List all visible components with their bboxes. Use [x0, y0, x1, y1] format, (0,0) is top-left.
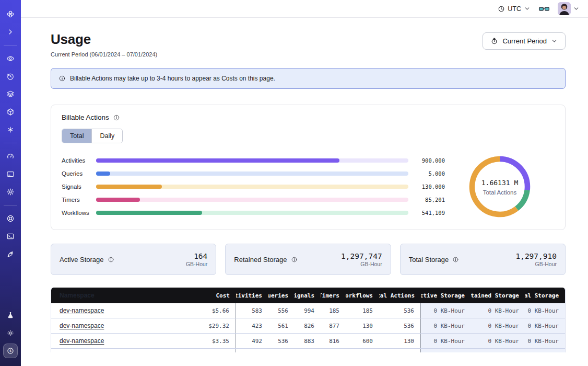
- chevron-down-icon: [551, 38, 558, 44]
- table-cell: 561: [268, 318, 295, 333]
- tab-total[interactable]: Total: [62, 129, 91, 143]
- stopwatch-icon: [490, 37, 498, 45]
- billable-actions-bar-chart: Activities 900,000 Queries 5,000 Signals…: [62, 154, 445, 219]
- flask-icon: [6, 311, 15, 319]
- info-banner: Billable Actions may take up to 3-4 hour…: [51, 68, 566, 89]
- namespace-link[interactable]: dev-namespace: [60, 307, 104, 314]
- namespace-link[interactable]: dev-namespace: [60, 322, 104, 329]
- sidebar-item-usage-coin-icon[interactable]: [3, 344, 18, 358]
- bar-fill: [96, 211, 202, 215]
- table-cell: $29.32: [193, 318, 236, 333]
- table-cell: 583: [236, 303, 268, 318]
- sidebar-item-chevron-right-icon[interactable]: [3, 25, 18, 39]
- sidebar-item-temporal-logo-icon[interactable]: [3, 7, 18, 21]
- bar-label: Queries: [62, 170, 94, 177]
- table-cell: 0 KB-Hour: [471, 334, 525, 348]
- info-icon[interactable]: [113, 114, 120, 121]
- bar-value: 900,000: [410, 157, 445, 164]
- billing-card-icon: [6, 170, 15, 178]
- page-subtitle: Current Period (06/01/2024 – 07/01/2024): [51, 51, 157, 58]
- bar-track: [96, 198, 408, 202]
- usage-coin-icon: [6, 347, 15, 355]
- column-header-cost: Cost: [193, 288, 236, 303]
- storage-card-label: Total Storage: [409, 256, 449, 264]
- period-selector-label: Current Period: [502, 37, 547, 45]
- bar-value: 541,109: [410, 210, 445, 216]
- table-cell: 0 KB-Hour: [525, 318, 565, 333]
- table-row: dev-namespace$29.324235618268771305360 K…: [51, 318, 565, 334]
- total-daily-toggle: TotalDaily: [62, 129, 123, 143]
- column-header-retained-storage: Retained Storage: [471, 288, 525, 303]
- bar-value: 85,201: [410, 197, 445, 203]
- sidebar-item-gear-icon[interactable]: [3, 185, 18, 199]
- period-selector-button[interactable]: Current Period: [483, 32, 566, 50]
- terminal-icon: [6, 232, 15, 241]
- donut-svg: 1.66131 M Total Actions: [468, 155, 532, 219]
- donut-total-label: Total Actions: [483, 189, 517, 196]
- bar-track: [96, 211, 408, 215]
- column-header-timers: Timers: [321, 288, 346, 303]
- table-cell: 536: [379, 318, 421, 333]
- sidebar-item-sun-icon[interactable]: [3, 326, 18, 340]
- column-header-workflows: Workflows: [346, 288, 379, 303]
- bar-fill: [96, 185, 162, 189]
- bar-label: Activities: [62, 157, 94, 164]
- column-header-total-storage: Total Storage: [525, 288, 565, 303]
- table-cell: 536: [268, 334, 295, 348]
- donut-segment-green: [469, 155, 531, 217]
- table-row: dev-namespace$5.665835569941851855360 KB…: [51, 303, 565, 318]
- sidebar-item-history-clock-icon[interactable]: [3, 69, 18, 84]
- bar-track: [96, 158, 408, 163]
- asterisk-icon: [6, 125, 15, 134]
- sun-icon: [6, 329, 15, 337]
- glasses-icon[interactable]: [538, 3, 550, 15]
- sidebar-item-layers-icon[interactable]: [3, 87, 18, 101]
- namespace-usage-table: NamespaceCostActivitiesQueriesSignalsTim…: [51, 288, 566, 352]
- account-menu[interactable]: [558, 2, 580, 15]
- sidebar-item-cube-icon[interactable]: [3, 105, 18, 119]
- sidebar-item-terminal-icon[interactable]: [3, 229, 18, 244]
- bar-track: [96, 171, 408, 176]
- billable-actions-title: Billable Actions: [62, 113, 109, 121]
- storage-card-total-storage: Total Storage 1,297,910 GB-Hour: [400, 244, 566, 275]
- bar-row: Activities 900,000: [62, 154, 445, 167]
- main-content: Usage Current Period (06/01/2024 – 07/01…: [21, 31, 588, 352]
- history-clock-icon: [6, 72, 15, 81]
- chevron-down-icon: [524, 5, 531, 12]
- info-icon[interactable]: [291, 256, 298, 263]
- timezone-selector[interactable]: UTC: [498, 5, 531, 13]
- avatar[interactable]: [558, 2, 571, 15]
- sidebar-item-gauge-icon[interactable]: [3, 149, 18, 164]
- eye-icon: [6, 54, 15, 63]
- info-icon: [58, 75, 66, 82]
- table-cell: 877: [321, 318, 346, 333]
- temporal-logo-icon: [6, 10, 15, 18]
- table-header-row: NamespaceCostActivitiesQueriesSignalsTim…: [51, 288, 565, 303]
- namespace-link[interactable]: dev-namespace: [60, 337, 104, 345]
- storage-card-unit: GB-Hour: [341, 261, 382, 268]
- avatar-image: [558, 2, 571, 15]
- sidebar-item-flask-icon[interactable]: [3, 308, 18, 323]
- tab-daily[interactable]: Daily: [91, 129, 122, 143]
- storage-card-value: 1,297,910: [515, 251, 557, 261]
- sidebar-divider: [4, 205, 17, 205]
- bar-fill: [96, 158, 339, 163]
- layers-icon: [6, 90, 15, 98]
- sidebar-item-rocket-icon[interactable]: [3, 247, 18, 261]
- table-cell: 0 KB-Hour: [421, 334, 471, 348]
- sidebar-item-asterisk-icon[interactable]: [3, 122, 18, 137]
- sidebar-item-lifebuoy-icon[interactable]: [3, 211, 18, 226]
- column-header-queries: Queries: [268, 288, 295, 303]
- timezone-label: UTC: [508, 5, 521, 13]
- bar-label: Signals: [62, 184, 94, 190]
- sidebar-item-billing-card-icon[interactable]: [3, 167, 18, 181]
- gauge-icon: [6, 152, 15, 161]
- info-icon[interactable]: [452, 256, 459, 263]
- info-icon[interactable]: [108, 256, 114, 263]
- table-cell: 185: [346, 303, 379, 318]
- bar-row: Timers 85,201: [62, 193, 445, 206]
- sidebar-item-eye-icon[interactable]: [3, 51, 18, 66]
- chevron-right-icon: [6, 28, 15, 36]
- bar-row: Workflows 541,109: [62, 206, 445, 219]
- table-cell: 0 KB-Hour: [421, 318, 471, 333]
